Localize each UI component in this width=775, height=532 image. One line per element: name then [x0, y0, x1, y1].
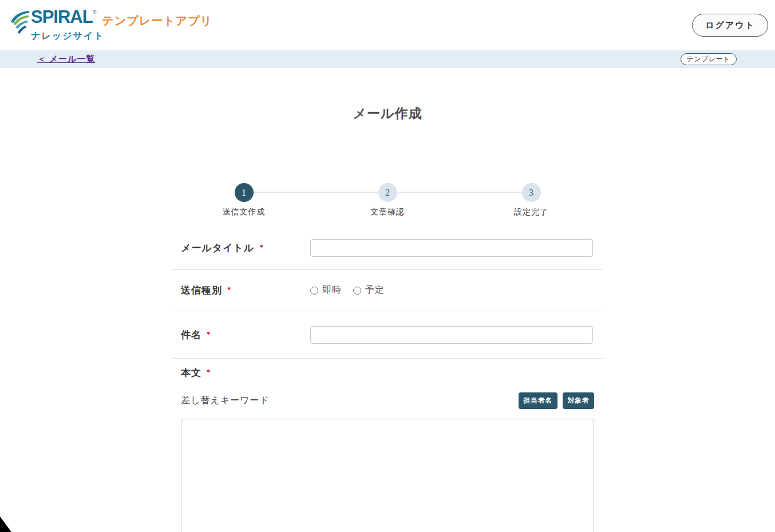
required-asterisk: *: [259, 243, 263, 252]
step-3-circle: 3: [522, 183, 541, 202]
mail-title-label: メールタイトル: [181, 241, 254, 255]
spiral-swirl-icon: [10, 10, 30, 37]
replacement-keyword-label: 差し替えキーワード: [181, 395, 270, 407]
subject-label: 件名: [181, 328, 201, 342]
step-2-label: 文章確認: [353, 207, 422, 217]
replacement-keyword-row: 差し替えキーワード 担当者名 対象者: [181, 392, 594, 409]
body-label-row: 本文 *: [181, 366, 594, 379]
send-type-label: 送信種別: [181, 284, 222, 297]
subject-row: 件名 *: [172, 311, 603, 358]
radio-unchecked-icon[interactable]: [353, 287, 361, 295]
subject-input[interactable]: [310, 326, 593, 344]
send-type-row: 送信種別 * 即時 予定: [172, 269, 603, 311]
step-1-create-message: 1 送信文作成: [209, 183, 278, 217]
required-asterisk: *: [207, 329, 211, 339]
step-3-setup-complete: 3 設定完了: [497, 183, 566, 217]
template-button[interactable]: テンプレート: [681, 53, 737, 65]
brand-name: SPIRAL: [31, 9, 93, 26]
mail-title-input[interactable]: [310, 239, 593, 257]
registered-mark: ®: [93, 9, 97, 15]
required-asterisk: *: [227, 285, 231, 294]
send-type-option-immediate[interactable]: 即時: [310, 284, 342, 296]
mail-create-form: メールタイトル * 送信種別 * 即時 予定 件名 *: [172, 227, 603, 532]
step-2-confirm-text: 2 文章確認: [353, 183, 422, 217]
body-textarea[interactable]: [181, 419, 594, 532]
step-2-circle: 2: [378, 183, 397, 202]
keyword-buttons: 担当者名 対象者: [519, 392, 595, 409]
body-section: 本文 * 差し替えキーワード 担当者名 対象者: [172, 358, 603, 532]
send-type-option-scheduled[interactable]: 予定: [353, 284, 385, 296]
logo-text: SPIRAL ® テンプレートアプリ ナレッジサイト: [31, 9, 212, 42]
radio-label-scheduled: 予定: [365, 284, 385, 296]
insert-staff-name-button[interactable]: 担当者名: [519, 392, 557, 409]
mouse-cursor-artifact: [0, 517, 11, 532]
required-asterisk: *: [207, 367, 211, 376]
breadcrumb-bar: ＜ メール一覧 テンプレート: [0, 50, 775, 68]
page-title: メール作成: [0, 105, 775, 122]
body-label: 本文: [181, 366, 201, 379]
step-1-label: 送信文作成: [209, 207, 278, 217]
logout-button[interactable]: ログアウト: [692, 14, 768, 37]
site-name: ナレッジサイト: [31, 30, 212, 42]
subject-label-col: 件名 *: [181, 328, 310, 342]
step-3-label: 設定完了: [497, 207, 566, 217]
radio-unchecked-icon[interactable]: [310, 287, 318, 295]
mail-title-label-col: メールタイトル *: [181, 241, 310, 255]
back-to-mail-list-link[interactable]: ＜ メール一覧: [37, 54, 95, 65]
send-type-radio-group: 即時 予定: [310, 284, 385, 296]
spiral-logo[interactable]: SPIRAL ® テンプレートアプリ ナレッジサイト: [10, 9, 212, 42]
step-indicator: 1 送信文作成 2 文章確認 3 設定完了: [235, 183, 540, 216]
mail-title-row: メールタイトル *: [172, 227, 603, 269]
app-name: テンプレートアプリ: [102, 13, 212, 29]
radio-label-immediate: 即時: [322, 284, 342, 296]
step-1-circle: 1: [235, 183, 254, 202]
send-type-label-col: 送信種別 *: [181, 284, 310, 297]
insert-recipient-button[interactable]: 対象者: [563, 392, 595, 409]
app-header: SPIRAL ® テンプレートアプリ ナレッジサイト ログアウト: [0, 0, 775, 50]
